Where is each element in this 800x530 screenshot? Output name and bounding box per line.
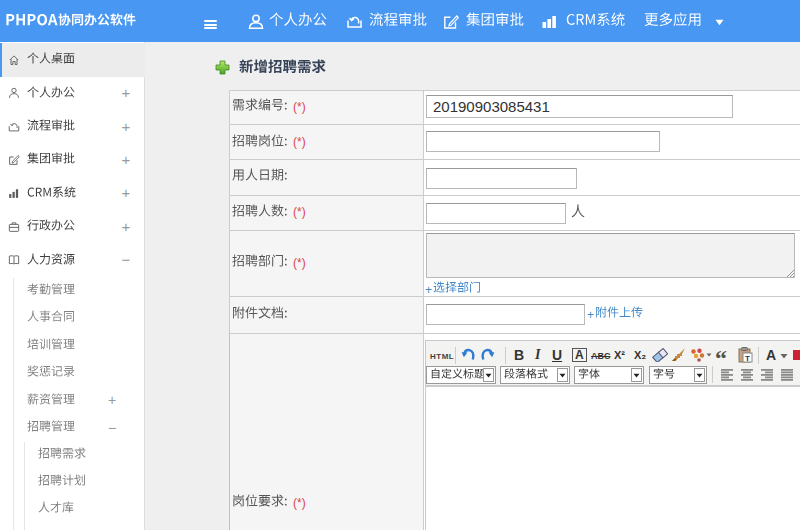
svg-text:T: T — [745, 354, 750, 363]
